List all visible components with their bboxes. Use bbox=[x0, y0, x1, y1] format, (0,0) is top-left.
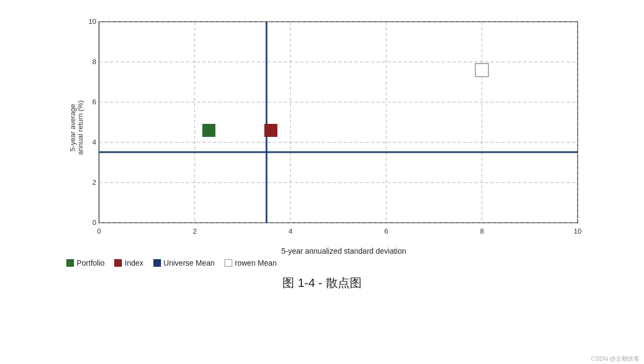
rowen-mean-point bbox=[475, 64, 488, 77]
svg-text:5-year average: 5-year average bbox=[69, 104, 77, 151]
legend-portfolio: Portfolio bbox=[66, 259, 104, 267]
universe-mean-legend-label: Universe Mean bbox=[164, 259, 215, 267]
svg-text:10: 10 bbox=[89, 17, 96, 26]
svg-text:8: 8 bbox=[480, 227, 484, 235]
legend: Portfolio Index Universe Mean rowen Mean bbox=[66, 259, 621, 267]
chart-area: 0 2 4 6 8 10 0 2 4 6 8 10 5-year average… bbox=[66, 11, 610, 244]
index-point bbox=[264, 124, 277, 137]
x-axis-label: 5-year annualized standard deviation bbox=[66, 247, 621, 255]
svg-text:0: 0 bbox=[92, 218, 96, 227]
portfolio-legend-icon bbox=[66, 259, 74, 267]
svg-text:annual return (%): annual return (%) bbox=[76, 101, 84, 155]
svg-text:6: 6 bbox=[92, 98, 96, 106]
chart-container: 0 2 4 6 8 10 0 2 4 6 8 10 5-year average… bbox=[23, 11, 621, 291]
svg-text:2: 2 bbox=[92, 178, 96, 186]
watermark: CSDN @企鹅快客 bbox=[591, 355, 640, 363]
svg-text:2: 2 bbox=[193, 227, 196, 235]
portfolio-legend-label: Portfolio bbox=[77, 259, 104, 267]
svg-rect-0 bbox=[99, 22, 578, 223]
svg-text:0: 0 bbox=[97, 227, 101, 235]
svg-text:10: 10 bbox=[574, 227, 581, 235]
svg-text:4: 4 bbox=[92, 138, 96, 146]
svg-text:8: 8 bbox=[92, 58, 96, 66]
legend-rowen-mean: rowen Mean bbox=[225, 259, 277, 267]
chart-title: 图 1-4 - 散点图 bbox=[23, 275, 621, 291]
index-legend-icon bbox=[114, 259, 122, 267]
legend-universe-mean: Universe Mean bbox=[153, 259, 215, 267]
svg-text:4: 4 bbox=[288, 227, 292, 235]
legend-index: Index bbox=[114, 259, 143, 267]
index-legend-label: Index bbox=[125, 259, 143, 267]
universe-mean-legend-icon bbox=[153, 259, 161, 267]
svg-text:6: 6 bbox=[384, 227, 388, 235]
rowen-mean-legend-label: rowen Mean bbox=[235, 259, 277, 267]
scatter-plot: 0 2 4 6 8 10 0 2 4 6 8 10 5-year average… bbox=[66, 11, 583, 244]
rowen-mean-legend-icon bbox=[225, 259, 232, 267]
portfolio-point bbox=[202, 124, 215, 137]
